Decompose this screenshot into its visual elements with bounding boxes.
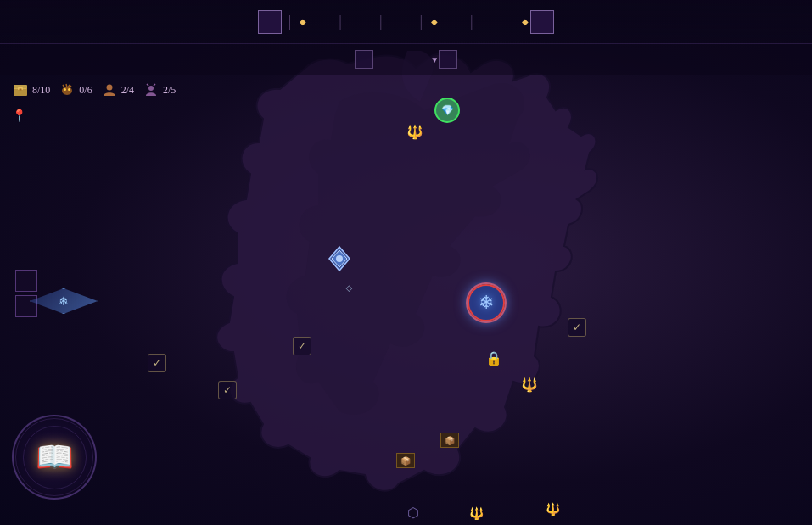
nav-sep-6: |: [511, 13, 514, 31]
waypoint-marker[interactable]: [324, 243, 355, 274]
trident-icon-top: 🔱: [406, 123, 423, 140]
trident-marker-bot[interactable]: 🔱: [544, 500, 561, 517]
legend-diamond-shape: ❄: [30, 288, 98, 314]
sub-nav-key-z[interactable]: [355, 50, 373, 69]
npc-icon: [101, 83, 118, 97]
check-icon-3: ✓: [293, 337, 311, 355]
chest-marker-2[interactable]: 📦: [440, 433, 459, 448]
check-icon-4: ✓: [568, 318, 586, 337]
gem-icon: 💎: [441, 104, 454, 117]
stat-monsters: 0/6: [59, 83, 92, 97]
nav-key-q[interactable]: [258, 10, 282, 34]
svg-rect-3: [20, 89, 22, 91]
svg-point-5: [64, 88, 66, 91]
nav-sep-4: |: [420, 13, 423, 31]
marker-bottom-right[interactable]: 🔱: [469, 506, 484, 521]
svg-point-7: [106, 85, 112, 91]
snowflake-marker-main[interactable]: ❄: [468, 284, 505, 321]
trident-marker-top[interactable]: 🔱: [406, 123, 423, 140]
waypoint-marker-small[interactable]: ⬦: [344, 278, 354, 296]
location-pin: 📍: [12, 109, 216, 123]
svg-point-4: [62, 87, 72, 95]
trident-icon-mid: 🔱: [521, 376, 538, 393]
enemy-count: 2/5: [163, 84, 176, 97]
stat-chests: 8/10: [12, 83, 50, 97]
check-icon-2: ✓: [218, 381, 237, 399]
small-waypoint-icon: ⬦: [344, 278, 354, 296]
nav-sep-5: |: [470, 13, 473, 31]
left-info-panel: 8/10 0/6 2/4: [12, 75, 216, 123]
chest-icon-1: 📦: [396, 453, 415, 468]
chevron-down-icon: ▼: [430, 55, 439, 64]
fork-br-icon: 🔱: [469, 506, 484, 521]
nav-sep-3: |: [379, 13, 383, 31]
check-icon-1: ✓: [148, 354, 166, 372]
navigation-bar: | ◆ | | | ◆ | | ◆: [0, 0, 812, 44]
lock-marker[interactable]: 🔒: [484, 349, 503, 367]
chest-marker-1[interactable]: 📦: [396, 453, 415, 468]
svg-point-11: [336, 255, 343, 262]
check-marker-4[interactable]: ✓: [568, 318, 586, 337]
fork-bottom-icon: ⬡: [407, 505, 419, 521]
crystal-marker[interactable]: 💎: [434, 98, 460, 123]
chest-count: 8/10: [32, 84, 50, 97]
compass-circle: 📖: [12, 415, 97, 500]
check-marker-3[interactable]: ✓: [293, 337, 311, 355]
legend-container: ❄: [25, 284, 102, 327]
lock-icon: 🔒: [484, 349, 503, 367]
pin-icon: 📍: [12, 109, 26, 123]
snowflake-icon: ❄: [479, 292, 494, 314]
trident-marker-mid[interactable]: 🔱: [521, 376, 538, 393]
nav-diamond-1: ◆: [300, 17, 306, 26]
sub-nav-sep: |: [399, 52, 401, 67]
check-marker-2[interactable]: ✓: [218, 381, 237, 399]
nav-sep-1: |: [288, 13, 292, 31]
stat-enemy: 2/5: [143, 83, 176, 97]
crystal-icon: 💎: [434, 98, 460, 123]
snowflake-legend-icon: ❄: [59, 294, 69, 309]
enemy-icon: [143, 83, 160, 97]
stats-row: 8/10 0/6 2/4: [12, 83, 216, 97]
nav-diamond-2: ◆: [431, 17, 438, 26]
monster-icon: [59, 83, 76, 97]
nav-sep-2: |: [339, 13, 342, 31]
chest-icon: [12, 83, 29, 97]
sub-navigation: | ▼: [0, 44, 812, 75]
check-marker-1[interactable]: ✓: [148, 354, 166, 372]
chest-icon-2: 📦: [440, 433, 459, 448]
trident-icon-bot: 🔱: [544, 500, 561, 517]
stat-npc: 2/4: [101, 83, 134, 97]
svg-point-6: [68, 88, 70, 91]
diamond-icon: [324, 243, 355, 274]
compass-area: 📖: [12, 415, 114, 517]
nav-diamond-3: ◆: [522, 17, 529, 26]
nav-key-e[interactable]: [530, 10, 554, 34]
map-continent: [170, 51, 662, 500]
snowflake-marker-inner: ❄: [468, 284, 505, 321]
sub-nav-key-c[interactable]: [439, 50, 457, 69]
monster-count: 0/6: [79, 84, 92, 97]
svg-point-8: [148, 86, 154, 91]
fork-bottom-marker[interactable]: ⬡: [407, 505, 419, 521]
npc-count: 2/4: [121, 84, 134, 97]
